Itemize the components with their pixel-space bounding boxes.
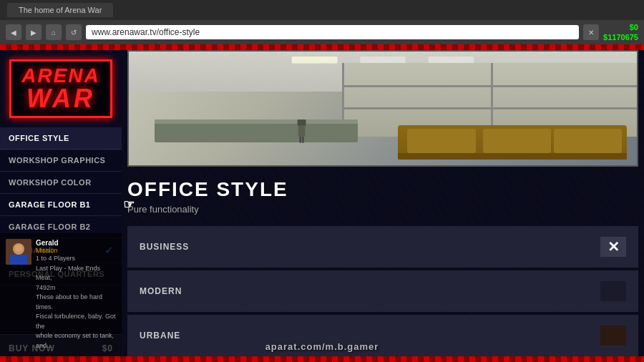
logo-box: ARENA WAR bbox=[9, 59, 112, 118]
logo-arena-text: ARENA bbox=[21, 66, 100, 86]
svg-rect-10 bbox=[299, 136, 301, 142]
balance-display: $0 $1170675 bbox=[603, 22, 638, 43]
close-button[interactable]: ✕ bbox=[583, 24, 599, 40]
office-scene bbox=[129, 52, 637, 165]
svg-rect-5 bbox=[292, 57, 338, 64]
browser-chrome: The home of Arena War ◀ ▶ ⌂ ↺ ✕ $0 $1170… bbox=[0, 0, 644, 44]
red-strip-bottom bbox=[0, 356, 644, 362]
browser-tab[interactable]: The home of Arena War bbox=[7, 3, 113, 17]
main-content: OFFICE STYLE Pure functionality BUSINESS… bbox=[122, 44, 644, 362]
sofa-cushion-left bbox=[407, 129, 476, 152]
option-business[interactable]: BUSINESS ✕ bbox=[127, 226, 638, 268]
x-icon: ✕ bbox=[608, 238, 620, 255]
menu-item-workshop-graphics[interactable]: WORKSHOP GRAPHICS bbox=[0, 150, 122, 172]
tab-bar: The home of Arena War bbox=[0, 0, 644, 20]
logo-war-text: WAR bbox=[21, 86, 100, 112]
balance-line2: $1170675 bbox=[603, 32, 638, 42]
player-name: Gerald bbox=[36, 239, 116, 247]
preview-image bbox=[127, 50, 638, 167]
address-bar[interactable] bbox=[86, 25, 579, 39]
office-subtitle: Pure functionality bbox=[127, 204, 638, 215]
back-button[interactable]: ◀ bbox=[6, 24, 21, 40]
option-urbane[interactable]: URBANE bbox=[127, 315, 638, 356]
arena-war-logo: ARENA WAR bbox=[4, 53, 118, 124]
option-label-business: BUSINESS bbox=[140, 242, 189, 252]
sofa-cushion-middle bbox=[483, 129, 552, 152]
home-button[interactable]: ⌂ bbox=[46, 24, 62, 40]
menu-label-garage-floor-b1: GARAGE FLOOR B1 bbox=[9, 200, 90, 209]
player-info: Gerald Mission 1 to 4 Players Last Play … bbox=[0, 233, 122, 356]
menu-label-workshop-color: WORKSHOP COLOR bbox=[9, 178, 92, 187]
balance-line1: $0 bbox=[603, 22, 638, 32]
svg-rect-11 bbox=[302, 136, 303, 142]
office-sofa bbox=[398, 125, 627, 160]
menu-item-workshop-color[interactable]: WORKSHOP COLOR bbox=[0, 172, 122, 194]
business-selected-icon: ✕ bbox=[600, 237, 626, 257]
urbane-color-swatch bbox=[600, 326, 626, 346]
menu-item-garage-floor-b1[interactable]: GARAGE FLOOR B1 ☞ bbox=[0, 194, 122, 216]
option-label-urbane: URBANE bbox=[140, 331, 180, 341]
menu-label-workshop-graphics: WORKSHOP GRAPHICS bbox=[9, 156, 105, 165]
svg-rect-9 bbox=[298, 126, 306, 137]
player-role: Mission bbox=[36, 247, 116, 254]
svg-rect-2 bbox=[10, 255, 27, 265]
svg-rect-8 bbox=[297, 119, 306, 126]
red-strip-top bbox=[0, 44, 644, 50]
modern-color-swatch bbox=[600, 281, 626, 301]
sofa-cushion-right bbox=[554, 129, 623, 152]
svg-point-3 bbox=[15, 245, 22, 252]
menu-item-office-style[interactable]: OFFICE STYLE bbox=[0, 127, 122, 150]
menu-label-garage-floor-b2: GARAGE FLOOR B2 bbox=[9, 222, 90, 231]
menu-label-office-style: OFFICE STYLE bbox=[9, 134, 69, 142]
option-label-modern: MODERN bbox=[140, 286, 182, 296]
sidebar: ARENA WAR OFFICE STYLE WORKSHOP GRAPHICS… bbox=[0, 44, 122, 362]
player-avatar bbox=[6, 239, 31, 265]
option-list: BUSINESS ✕ MODERN URBANE bbox=[127, 226, 638, 356]
forward-button[interactable]: ▶ bbox=[26, 24, 42, 40]
refresh-button[interactable]: ↺ bbox=[66, 24, 82, 40]
watermark: aparat.com/m.b.gamer bbox=[265, 341, 379, 352]
nav-bar: ◀ ▶ ⌂ ↺ ✕ $0 $1170675 bbox=[0, 20, 644, 44]
office-title: OFFICE STYLE bbox=[127, 178, 638, 201]
player-info-text: 1 to 4 Players Last Play - Make Ends Mea… bbox=[36, 254, 116, 351]
option-modern[interactable]: MODERN bbox=[127, 270, 638, 312]
game-area: ARENA WAR OFFICE STYLE WORKSHOP GRAPHICS… bbox=[0, 44, 644, 362]
